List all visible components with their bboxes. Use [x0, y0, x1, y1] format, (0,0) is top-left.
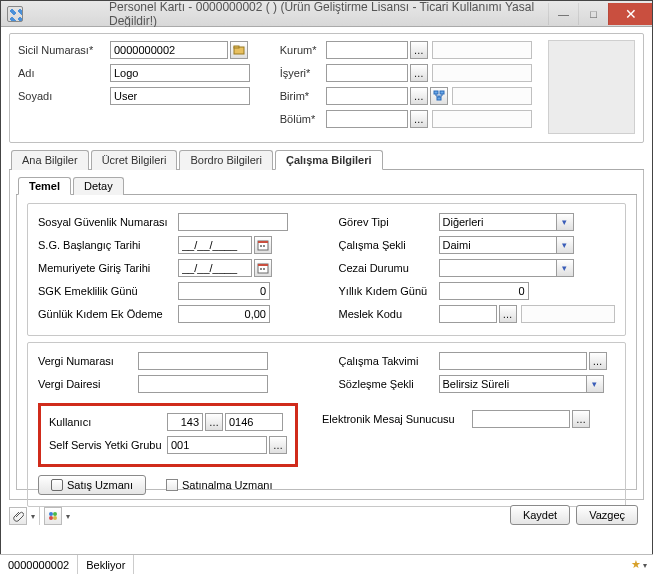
cezai-durumu-label: Cezai Durumu: [339, 262, 439, 274]
frame-calisma-right: Görev Tipi ▾ Çalışma Şekli ▾ Cezai Durum…: [339, 212, 616, 327]
isyeri-display: [432, 64, 532, 82]
minimize-button[interactable]: —: [548, 3, 578, 25]
bolum-display: [432, 110, 532, 128]
client-area: Sicil Numarası* Adı Soyadı Kurum* …: [1, 27, 652, 553]
header-left: Sicil Numarası* Adı Soyadı: [18, 40, 270, 134]
calisma-takvimi-lookup-button[interactable]: …: [589, 352, 607, 370]
memuriyet-label: Memuriyete Giriş Tarihi: [38, 262, 178, 274]
frame-calisma-left: Sosyal Güvenlik Numarası S.G. Başlangıç …: [38, 212, 315, 327]
sicil-input[interactable]: [110, 41, 228, 59]
maximize-button[interactable]: □: [578, 3, 608, 25]
frame-calisma: Sosyal Güvenlik Numarası S.G. Başlangıç …: [27, 203, 626, 336]
attachment-icon[interactable]: [9, 507, 27, 525]
bolum-label: Bölüm*: [280, 113, 326, 125]
calisma-sekli-label: Çalışma Şekli: [339, 239, 439, 251]
elektronik-input[interactable]: [472, 410, 570, 428]
sicil-folder-button[interactable]: [230, 41, 248, 59]
sub-panel: Sosyal Güvenlik Numarası S.G. Başlangıç …: [16, 195, 637, 490]
memuriyet-calendar-icon[interactable]: [254, 259, 272, 277]
cezai-durumu-dropdown-icon[interactable]: ▾: [556, 259, 574, 277]
attachment-dropdown-icon[interactable]: ▾: [31, 512, 35, 521]
sicil-label: Sicil Numarası*: [18, 44, 110, 56]
cancel-button[interactable]: Vazgeç: [576, 505, 638, 525]
kurum-label: Kurum*: [280, 44, 326, 56]
isyeri-input[interactable]: [326, 64, 408, 82]
svg-rect-8: [263, 245, 265, 247]
main-panel: Temel Detay Sosyal Güvenlik Numarası S.G…: [9, 170, 644, 500]
sozlesme-sekli-label: Sözleşme Şekli: [339, 378, 439, 390]
bolum-lookup-button[interactable]: …: [410, 110, 428, 128]
palette-dropdown-icon[interactable]: ▾: [66, 512, 70, 521]
kullanici-label: Kullanıcı: [49, 416, 167, 428]
close-button[interactable]: ✕: [608, 3, 652, 25]
sub-tabs: Temel Detay: [16, 176, 637, 195]
satinalma-uzmani-label: Satınalma Uzmanı: [182, 479, 272, 491]
isyeri-lookup-button[interactable]: …: [410, 64, 428, 82]
satis-uzmani-checkbox[interactable]: Satış Uzmanı: [38, 475, 146, 495]
calisma-sekli-dropdown-icon[interactable]: ▾: [556, 236, 574, 254]
gorev-tipi-select[interactable]: [439, 213, 557, 231]
tab-ucret-bilgileri[interactable]: Ücret Bilgileri: [91, 150, 178, 170]
kullanici-code-input[interactable]: [167, 413, 203, 431]
kullanici-value-input[interactable]: [225, 413, 283, 431]
svg-rect-11: [260, 268, 262, 270]
kullanici-lookup-button[interactable]: …: [205, 413, 223, 431]
yillik-kidem-input[interactable]: [439, 282, 529, 300]
vergi-dairesi-input[interactable]: [138, 375, 268, 393]
tab-bordro-bilgileri[interactable]: Bordro Bilgileri: [179, 150, 273, 170]
toolbar-separator: [39, 507, 40, 525]
yillik-kidem-label: Yıllık Kıdem Günü: [339, 285, 439, 297]
sg-baslangic-calendar-icon[interactable]: [254, 236, 272, 254]
kurum-input[interactable]: [326, 41, 408, 59]
satis-uzmani-label: Satış Uzmanı: [67, 479, 133, 491]
birim-tree-button[interactable]: [430, 87, 448, 105]
meslek-kodu-input[interactable]: [439, 305, 497, 323]
kurum-display: [432, 41, 532, 59]
elektronik-lookup-button[interactable]: …: [572, 410, 590, 428]
meslek-kodu-lookup-button[interactable]: …: [499, 305, 517, 323]
svg-rect-4: [437, 97, 441, 100]
sozlesme-sekli-select[interactable]: [439, 375, 587, 393]
birim-input[interactable]: [326, 87, 408, 105]
tab-ana-bilgiler[interactable]: Ana Bilgiler: [11, 150, 89, 170]
vergi-numarasi-input[interactable]: [138, 352, 268, 370]
svg-point-13: [49, 512, 53, 516]
palette-icon[interactable]: [44, 507, 62, 525]
sgk-emeklilik-input[interactable]: [178, 282, 270, 300]
header-mid: Kurum* … İşyeri* … Birim* …: [280, 40, 532, 134]
photo-placeholder[interactable]: [548, 40, 635, 134]
birim-lookup-button[interactable]: …: [410, 87, 428, 105]
status-bar: 0000000002 Bekliyor ★▾: [0, 554, 653, 574]
cezai-durumu-select[interactable]: [439, 259, 557, 277]
memuriyet-input[interactable]: [178, 259, 252, 277]
subtab-temel[interactable]: Temel: [18, 177, 71, 195]
gorev-tipi-dropdown-icon[interactable]: ▾: [556, 213, 574, 231]
soyadi-input[interactable]: [110, 87, 250, 105]
self-servis-lookup-button[interactable]: …: [269, 436, 287, 454]
svg-point-15: [49, 516, 53, 520]
star-icon[interactable]: ★▾: [625, 556, 653, 573]
svg-rect-1: [234, 46, 239, 48]
subtab-detay[interactable]: Detay: [73, 177, 124, 195]
footer-buttons: Kaydet Vazgeç: [510, 505, 638, 525]
birim-label: Birim*: [280, 90, 326, 102]
sozlesme-sekli-dropdown-icon[interactable]: ▾: [586, 375, 604, 393]
adi-input[interactable]: [110, 64, 250, 82]
save-button[interactable]: Kaydet: [510, 505, 570, 525]
self-servis-input[interactable]: [167, 436, 267, 454]
svg-rect-6: [258, 241, 268, 243]
bolum-input[interactable]: [326, 110, 408, 128]
header-group: Sicil Numarası* Adı Soyadı Kurum* …: [9, 33, 644, 143]
calisma-takvimi-label: Çalışma Takvimi: [339, 355, 439, 367]
sg-baslangic-input[interactable]: [178, 236, 252, 254]
calisma-sekli-select[interactable]: [439, 236, 557, 254]
gunluk-kidem-input[interactable]: [178, 305, 270, 323]
svg-point-14: [53, 512, 57, 516]
app-icon: [7, 6, 23, 22]
satinalma-uzmani-checkbox[interactable]: Satınalma Uzmanı: [166, 479, 272, 491]
tab-calisma-bilgileri[interactable]: Çalışma Bilgileri: [275, 150, 383, 170]
calisma-takvimi-input[interactable]: [439, 352, 587, 370]
title-bar: Personel Kartı - 0000000002 ( ) (Ürün Ge…: [1, 1, 652, 27]
kurum-lookup-button[interactable]: …: [410, 41, 428, 59]
sosyal-guvenlik-input[interactable]: [178, 213, 288, 231]
